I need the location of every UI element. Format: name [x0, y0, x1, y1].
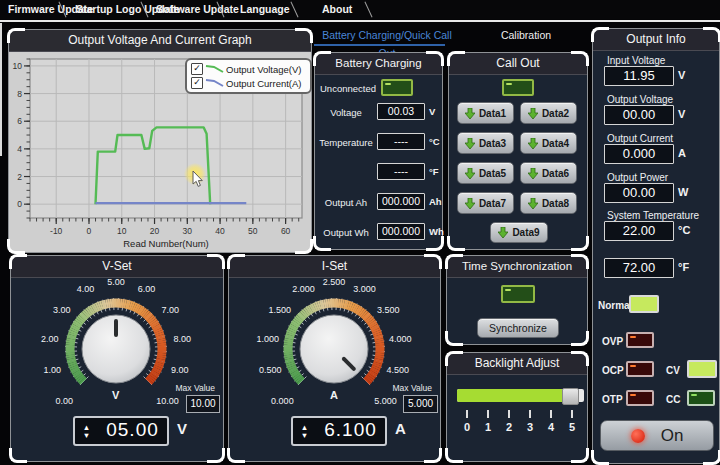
backlight-tick-label-5: 5: [566, 421, 578, 433]
data4-label: Data4: [542, 138, 569, 149]
synchronize-button[interactable]: Synchronize: [477, 318, 559, 338]
panel-corner: [571, 331, 589, 346]
output-value-input-voltage: 11.95: [604, 66, 674, 86]
iset-panel: I-Set 0.0000.5001.0001.5002.0002.5003.00…: [228, 255, 441, 462]
spin-up-icon[interactable]: ▲: [301, 424, 308, 431]
data6-button[interactable]: Data6: [520, 162, 577, 184]
dial-scale-label: 2.00: [33, 334, 67, 344]
backlight-tick-label-2: 2: [503, 421, 515, 433]
dial-scale-label: 1.00: [35, 365, 69, 375]
iset-spinner-arrows[interactable]: ▲ ▼: [293, 418, 316, 444]
legend-checkbox[interactable]: ✓: [191, 77, 203, 89]
backlight-slider[interactable]: [457, 389, 584, 402]
menu-separator: [364, 2, 372, 18]
call-out-panel-title: Call Out: [449, 53, 587, 75]
svg-text:2: 2: [17, 172, 22, 182]
vset-max-value: 10.00: [186, 395, 220, 413]
menu-item-software-update[interactable]: Software Update: [156, 3, 239, 15]
data9-button[interactable]: Data9: [490, 222, 548, 243]
output-label-input-voltage: Input Voltage: [607, 55, 665, 66]
output-value-system-temperature: 22.00: [604, 221, 674, 241]
data9-label: Data9: [512, 227, 539, 238]
data1-button[interactable]: Data1: [457, 102, 514, 124]
backlight-slider-fill: [457, 389, 562, 402]
backlight-tick: [508, 410, 510, 418]
svg-text:60: 60: [281, 226, 291, 236]
call-out-panel: Call Out Data1Data2Data3Data4Data5Data6D…: [448, 52, 588, 250]
output-unit-1: V: [678, 108, 685, 120]
spin-up-icon[interactable]: ▲: [83, 424, 90, 431]
download-icon: [528, 108, 538, 119]
output-value-output-voltage: 00.00: [604, 105, 674, 125]
output-label-system-temperature: System Temperature: [607, 210, 699, 221]
normal-led: [629, 295, 659, 313]
download-icon: [465, 138, 475, 149]
panel-corner: [424, 448, 442, 463]
svg-text:6: 6: [17, 116, 22, 126]
power-on-button[interactable]: On: [600, 420, 714, 451]
vset-spinner[interactable]: ▲ ▼ 05.00: [73, 416, 169, 446]
connection-status-led: [381, 79, 413, 96]
vset-value: 05.00: [98, 418, 167, 444]
time-sync-panel-title: Time Synchronization: [447, 256, 587, 278]
data5-button[interactable]: Data5: [457, 162, 514, 184]
download-icon: [528, 168, 538, 179]
panel-corner: [227, 448, 245, 463]
backlight-tick: [529, 410, 531, 418]
battery-unit-0: V: [429, 106, 435, 117]
vset-spinner-arrows[interactable]: ▲ ▼: [75, 418, 98, 444]
graph-panel-title: Output Voltage And Current Graph: [9, 30, 311, 52]
spin-down-icon[interactable]: ▼: [83, 432, 90, 439]
menu-item-language[interactable]: Language: [240, 3, 290, 15]
data8-button[interactable]: Data8: [520, 192, 577, 214]
time-sync-panel: Time Synchronization Synchronize: [446, 255, 588, 345]
download-icon: [465, 198, 475, 209]
battery-value-output-ah: 000.000: [377, 193, 425, 210]
battery-unit-1: °C: [429, 136, 440, 147]
data7-button[interactable]: Data7: [457, 192, 514, 214]
legend-label: Output Voltage(V): [226, 64, 302, 75]
battery-label-output-wh: Output Wh: [317, 227, 375, 238]
graph-panel: Output Voltage And Current Graph -100102…: [8, 29, 312, 253]
otp-led: [626, 390, 654, 406]
output-unit-4: °C: [678, 224, 690, 236]
menu-bar: Firmware UpdateStartup Logo UpdateSoftwa…: [0, 0, 720, 19]
tab-calibration[interactable]: Calibration: [466, 26, 586, 47]
battery-label-voltage: Voltage: [317, 107, 375, 118]
ovp-label: OVP: [602, 336, 623, 347]
battery-unit-3: Ah: [429, 196, 442, 207]
cv-led: [687, 360, 717, 378]
menu-item-about[interactable]: About: [322, 3, 352, 15]
output-label-output-power: Output Power: [607, 172, 668, 183]
panel-corner: [447, 236, 465, 251]
data8-label: Data8: [542, 198, 569, 209]
output-unit-5: °F: [678, 261, 689, 273]
data4-button[interactable]: Data4: [520, 132, 577, 154]
tab-battery-charging-quick-call-out[interactable]: Battery Charging/Quick Call Out: [314, 26, 460, 47]
iset-spinner[interactable]: ▲ ▼ 6.100: [291, 416, 387, 446]
backlight-slider-thumb[interactable]: [562, 388, 579, 405]
dial-scale-label: 0.000: [265, 396, 299, 406]
data6-label: Data6: [542, 168, 569, 179]
unconnected-label: Unconnected: [320, 83, 376, 94]
panel-corner: [445, 331, 463, 346]
battery-panel-title: Battery Charging: [315, 53, 442, 75]
tab-calibration-label: Calibration: [501, 29, 551, 41]
battery-value-voltage: 00.03: [377, 103, 425, 120]
svg-text:Read Number(Num): Read Number(Num): [123, 238, 209, 249]
dial-scale-label: 8.00: [165, 334, 199, 344]
data2-button[interactable]: Data2: [520, 102, 577, 124]
data3-button[interactable]: Data3: [457, 132, 514, 154]
data2-label: Data2: [542, 108, 569, 119]
backlight-tick-label-0: 0: [461, 421, 473, 433]
dial-scale-label: 3.000: [347, 284, 381, 294]
backlight-tick: [550, 410, 552, 418]
output-unit-2: A: [678, 147, 686, 159]
spin-down-icon[interactable]: ▼: [301, 432, 308, 439]
download-icon: [528, 198, 538, 209]
panel-corner: [9, 448, 27, 463]
vset-panel: V-Set 0.001.002.003.004.005.006.007.008.…: [10, 255, 224, 462]
call-out-status-led: [502, 79, 534, 96]
battery-unit-4: Wh: [429, 226, 444, 237]
legend-checkbox[interactable]: ✓: [191, 63, 203, 75]
